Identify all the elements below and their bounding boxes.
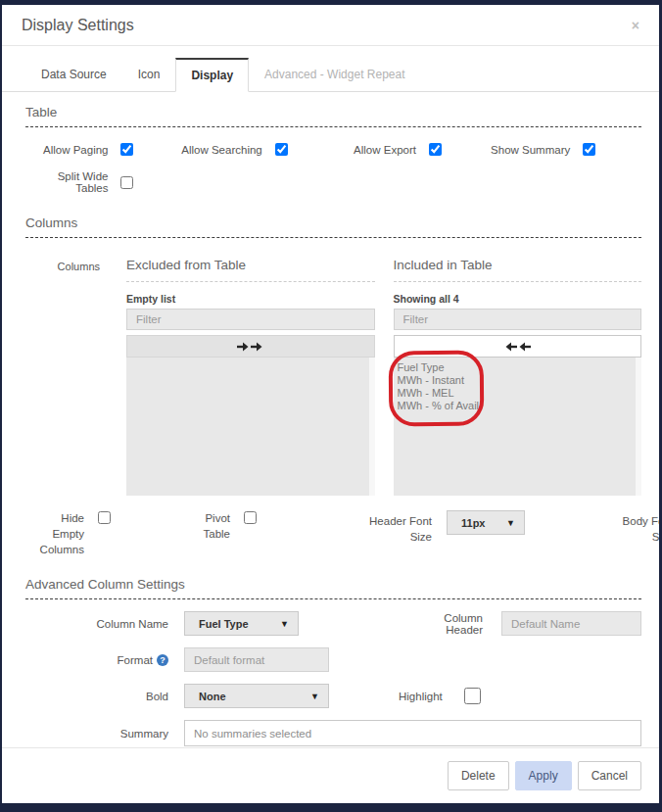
list-item[interactable]: MWh - MEL (394, 386, 642, 399)
excluded-panel: Excluded from Table Empty list (126, 258, 375, 496)
section-divider (25, 126, 641, 127)
column-name-row: Column Name Fuel Type ▼ Column Header (25, 611, 641, 636)
chevron-down-icon: ▼ (310, 692, 319, 701)
list-item[interactable]: MWh - % of Avail (394, 399, 642, 411)
tab-bar: Data Source Icon Display Advanced - Widg… (2, 46, 659, 92)
chevron-down-icon: ▼ (506, 518, 515, 528)
allow-searching-option: Allow Searching (179, 143, 333, 156)
column-name-dropdown[interactable]: Fuel Type ▼ (184, 611, 299, 636)
column-header-label: Column Header (424, 612, 483, 636)
chevron-down-icon: ▼ (280, 619, 289, 629)
list-item[interactable]: MWh - Instant (394, 373, 642, 386)
dialog-title: Display Settings (22, 17, 134, 34)
highlight-label: Highlight (399, 691, 443, 702)
column-header-input[interactable] (501, 611, 641, 636)
show-summary-option: Show Summary (488, 143, 641, 156)
columns-picker: Columns Excluded from Table Empty list (25, 258, 641, 496)
included-listbox[interactable]: Fuel Type MWh - Instant MWh - MEL MWh - … (394, 358, 642, 496)
column-display-options-row: Hide Empty Columns Pivot Table Header Fo… (25, 510, 641, 557)
table-section-heading: Table (25, 105, 641, 119)
columns-section-heading: Columns (25, 215, 641, 230)
bold-row: Bold None ▼ Highlight (25, 684, 641, 708)
format-row: Format? (25, 647, 641, 672)
tab-display[interactable]: Display (175, 58, 249, 92)
hide-empty-columns-option: Hide Empty Columns (25, 510, 111, 557)
header-font-size-value: 11px (461, 517, 485, 529)
hide-empty-columns-label: Hide Empty Columns (33, 510, 84, 557)
format-label: Format? (25, 654, 184, 666)
list-item[interactable]: Fuel Type (394, 360, 642, 373)
column-name-value: Fuel Type (199, 618, 249, 630)
body-font-size-label: Body Font Size (601, 513, 659, 545)
summary-row: Summary (25, 720, 641, 746)
bold-label: Bold (25, 691, 184, 702)
advanced-section-heading: Advanced Column Settings (25, 577, 641, 592)
excluded-filter-input[interactable] (126, 309, 375, 330)
allow-paging-checkbox[interactable] (120, 143, 133, 156)
pivot-table-checkbox[interactable] (244, 511, 257, 524)
pivot-table-option: Pivot Table (111, 510, 257, 542)
allow-export-checkbox[interactable] (429, 143, 442, 156)
excluded-status: Empty list (126, 293, 375, 305)
dual-list-panels: Excluded from Table Empty list (126, 258, 641, 496)
included-items: Fuel Type MWh - Instant MWh - MEL MWh - … (394, 358, 642, 411)
highlight-checkbox[interactable] (464, 688, 481, 704)
included-panel-title: Included in Table (394, 258, 642, 282)
excluded-scrollbar[interactable] (369, 358, 375, 496)
double-arrow-right-icon (237, 342, 263, 352)
included-filter-input[interactable] (394, 309, 642, 330)
format-input[interactable] (184, 647, 329, 672)
dialog-header: Display Settings × (2, 5, 659, 46)
section-divider (25, 598, 641, 599)
allow-paging-option: Allow Paging (25, 143, 179, 156)
bold-dropdown[interactable]: None ▼ (184, 684, 329, 708)
double-arrow-left-icon (504, 342, 531, 352)
included-panel: Included in Table Showing all 4 (394, 258, 642, 496)
allow-paging-label: Allow Paging (25, 144, 120, 156)
allow-export-label: Allow Export (334, 144, 429, 156)
column-name-label: Column Name (25, 618, 184, 630)
split-wide-tables-label: Split Wide Tables (25, 170, 120, 194)
summary-label: Summary (25, 728, 184, 740)
move-all-right-button[interactable] (126, 335, 375, 358)
header-font-size-dropdown[interactable]: 11px ▼ (447, 510, 525, 535)
header-font-size-field: Header Font Size 11px ▼ (257, 510, 525, 545)
included-status: Showing all 4 (394, 293, 642, 305)
format-label-text: Format (118, 654, 153, 666)
body-font-size-field: Body Font Size 11px ▼ (525, 510, 659, 545)
show-summary-label: Show Summary (488, 144, 583, 156)
allow-export-option: Allow Export (334, 143, 488, 156)
table-options-row: Allow Paging Allow Searching Allow Expor… (25, 143, 641, 156)
bold-value: None (199, 691, 226, 702)
excluded-panel-title: Excluded from Table (126, 258, 375, 282)
pivot-table-label: Pivot Table (187, 510, 230, 542)
delete-button[interactable]: Delete (448, 761, 509, 790)
help-icon[interactable]: ? (157, 654, 168, 666)
apply-button[interactable]: Apply (515, 761, 572, 790)
tab-icon[interactable]: Icon (122, 58, 176, 92)
dialog-content: Table Allow Paging Allow Searching Allow… (2, 92, 659, 747)
close-icon[interactable]: × (632, 18, 639, 33)
show-summary-checkbox[interactable] (583, 143, 595, 156)
allow-searching-label: Allow Searching (179, 144, 274, 156)
cancel-button[interactable]: Cancel (578, 761, 641, 790)
dialog-footer: Delete Apply Cancel (2, 747, 659, 803)
included-scrollbar[interactable] (636, 358, 641, 496)
columns-row-label: Columns (25, 258, 126, 496)
tab-data-source[interactable]: Data Source (25, 58, 122, 92)
summary-input[interactable] (184, 720, 641, 746)
section-divider (25, 237, 641, 238)
allow-searching-checkbox[interactable] (275, 143, 288, 156)
tab-advanced-widget-repeat[interactable]: Advanced - Widget Repeat (249, 58, 420, 92)
excluded-listbox[interactable] (126, 358, 375, 496)
split-wide-tables-option: Split Wide Tables (25, 170, 179, 194)
hide-empty-columns-checkbox[interactable] (98, 511, 111, 524)
header-font-size-label: Header Font Size (350, 513, 432, 545)
display-settings-dialog: Display Settings × Data Source Icon Disp… (2, 5, 659, 803)
move-all-left-button[interactable] (394, 335, 642, 358)
split-wide-tables-checkbox[interactable] (120, 176, 133, 189)
table-options-row-2: Split Wide Tables (25, 170, 641, 194)
